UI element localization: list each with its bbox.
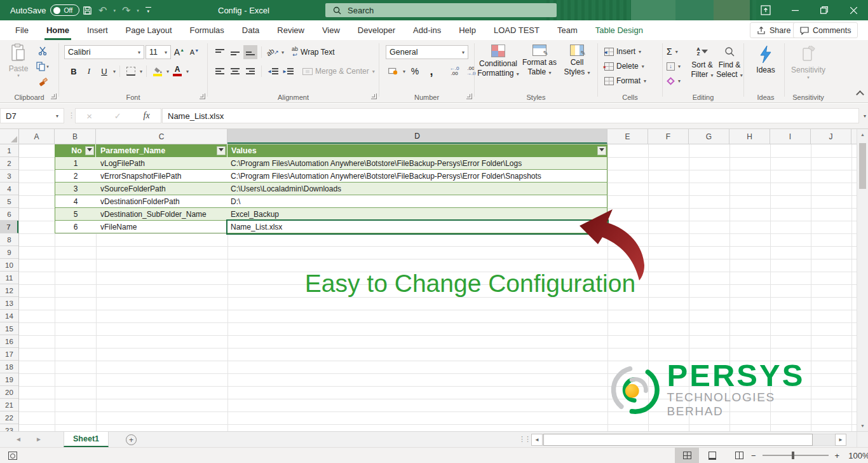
vertical-scrollbar[interactable]: ▲ ▼ <box>857 129 868 431</box>
increase-indent-button[interactable]: ► <box>281 64 295 78</box>
scroll-down-icon[interactable]: ▼ <box>857 420 868 431</box>
align-center-button[interactable] <box>228 64 242 78</box>
table-header-no[interactable]: No <box>55 144 96 157</box>
tab-page-layout[interactable]: Page Layout <box>117 20 181 40</box>
alignment-dialog-launcher-icon[interactable] <box>371 93 377 99</box>
hscroll-left-icon[interactable]: ◄ <box>531 434 543 446</box>
cell-value[interactable]: C:\Program Files\Automation Anywhere\Bot… <box>227 157 607 169</box>
column-header-G[interactable]: G <box>689 129 729 144</box>
increase-decimal-button[interactable]: ←.0.00 <box>447 64 461 78</box>
paste-button[interactable]: Paste ▾ <box>4 43 32 92</box>
cut-button[interactable] <box>35 44 50 58</box>
cell-parameter[interactable]: vLogFilePath <box>96 157 227 169</box>
format-as-table-button[interactable]: Format as Table ▾ <box>520 43 559 78</box>
splitter-grip-icon[interactable]: ⋮⋮ <box>519 435 530 443</box>
autosum-button[interactable]: Σ▾ <box>667 45 678 58</box>
page-layout-view-button[interactable] <box>700 448 724 463</box>
filter-dropdown-icon[interactable] <box>597 146 606 155</box>
insert-cells-button[interactable]: ◄Insert▾ <box>604 45 641 58</box>
cell-no[interactable]: 6 <box>55 221 96 233</box>
row-header-21[interactable]: 21 <box>0 399 18 411</box>
cell-parameter[interactable]: vErrorSnapshotFilePath <box>96 170 227 182</box>
comments-button[interactable]: Comments <box>793 22 858 38</box>
page-break-view-button[interactable] <box>727 448 751 463</box>
align-top-button[interactable] <box>213 45 227 59</box>
row-header-4[interactable]: 4 <box>0 183 18 195</box>
hscroll-right-icon[interactable]: ► <box>835 434 846 446</box>
collapse-ribbon-icon[interactable] <box>856 90 864 99</box>
fill-button[interactable]: ↓▾ <box>667 60 681 73</box>
undo-icon[interactable]: ↶ <box>98 4 107 17</box>
row-header-6[interactable]: 6 <box>0 208 18 221</box>
normal-view-button[interactable] <box>675 448 699 463</box>
clipboard-dialog-launcher-icon[interactable] <box>51 93 57 99</box>
minimize-button[interactable] <box>780 0 810 20</box>
copy-button[interactable]: ▾ <box>35 59 50 73</box>
redo-dropdown-icon[interactable]: ▾ <box>137 8 139 13</box>
table-header-parameter_name[interactable]: Parameter_Name <box>96 144 227 157</box>
row-header-5[interactable]: 5 <box>0 195 18 208</box>
column-header-A[interactable]: A <box>19 129 55 144</box>
underline-dropdown-icon[interactable]: ▾ <box>113 69 116 74</box>
fill-color-dropdown-icon[interactable]: ▾ <box>166 69 169 74</box>
row-header-11[interactable]: 11 <box>0 272 18 284</box>
row-header-8[interactable]: 8 <box>0 233 18 246</box>
table-header-values[interactable]: Values <box>227 144 607 157</box>
italic-button[interactable]: I <box>82 64 96 78</box>
align-middle-button[interactable] <box>228 45 242 59</box>
table-row[interactable]: 5vDestination_SubFolder_NameExcel_Backup <box>55 208 607 221</box>
shrink-font-button[interactable]: A▼ <box>187 45 201 59</box>
zoom-slider[interactable] <box>763 455 829 456</box>
prev-sheet-icon[interactable]: ◄ <box>15 436 22 443</box>
close-button[interactable] <box>839 0 868 20</box>
cell-value[interactable]: D:\ <box>227 195 607 207</box>
percent-style-button[interactable]: % <box>408 64 422 78</box>
column-header-I[interactable]: I <box>770 129 811 144</box>
row-header-2[interactable]: 2 <box>0 157 18 170</box>
fill-color-button[interactable] <box>151 64 165 78</box>
restore-button[interactable] <box>810 0 839 20</box>
cell-value[interactable]: Excel_Backup <box>227 208 607 220</box>
name-box-dropdown-icon[interactable]: ▾ <box>56 113 58 119</box>
table-row[interactable]: 6vFileNameName_List.xlsx <box>55 221 607 233</box>
font-size-select[interactable]: 11▾ <box>146 45 171 59</box>
accounting-format-button[interactable] <box>386 64 400 78</box>
tab-review[interactable]: Review <box>268 20 313 40</box>
cell-no[interactable]: 2 <box>55 170 96 182</box>
copy-dropdown-icon[interactable]: ▾ <box>46 64 49 69</box>
column-header-H[interactable]: H <box>729 129 770 144</box>
undo-dropdown-icon[interactable]: ▾ <box>113 8 116 13</box>
row-header-9[interactable]: 9 <box>0 246 18 259</box>
select-all-corner[interactable] <box>0 129 19 144</box>
sort-filter-button[interactable]: AZ Sort & Filter ▾ <box>688 43 716 80</box>
cell-no[interactable]: 4 <box>55 195 96 207</box>
column-header-C[interactable]: C <box>96 129 227 144</box>
autosave-control[interactable]: AutoSave Off <box>10 0 79 20</box>
tab-view[interactable]: View <box>313 20 349 40</box>
conditional-formatting-button[interactable]: Conditional Formatting ▾ <box>477 43 519 79</box>
zoom-in-icon[interactable]: + <box>835 451 840 460</box>
format-cells-button[interactable]: Format▾ <box>604 74 646 87</box>
borders-dropdown-icon[interactable]: ▾ <box>140 69 142 74</box>
accounting-dropdown-icon[interactable]: ▾ <box>403 69 405 74</box>
tab-insert[interactable]: Insert <box>78 20 117 40</box>
search-box[interactable]: Search <box>325 3 557 17</box>
table-row[interactable]: 1vLogFilePathC:\Program Files\Automation… <box>55 157 607 170</box>
new-sheet-button[interactable]: + <box>126 434 137 445</box>
cell-parameter[interactable]: vDestinationFolderPath <box>96 195 227 207</box>
row-header-17[interactable]: 17 <box>0 348 18 361</box>
wrap-text-button[interactable]: ab↩ Wrap Text <box>292 45 335 59</box>
save-icon[interactable] <box>83 6 92 15</box>
name-box[interactable]: D7 ▾ <box>0 108 64 123</box>
column-header-D[interactable]: D <box>227 129 607 144</box>
cell-value[interactable]: C:\Program Files\Automation Anywhere\Bot… <box>227 170 607 182</box>
cell-parameter[interactable]: vSourceFolderPath <box>96 183 227 195</box>
tab-table-design[interactable]: Table Design <box>587 20 652 40</box>
column-header-E[interactable]: E <box>607 129 648 144</box>
orientation-button[interactable]: ab↗ <box>266 45 280 59</box>
decrease-indent-button[interactable]: ◄ <box>266 64 280 78</box>
tab-load-test[interactable]: LOAD TEST <box>485 20 548 40</box>
row-header-3[interactable]: 3 <box>0 170 18 183</box>
table-row[interactable]: 2vErrorSnapshotFilePathC:\Program Files\… <box>55 170 607 183</box>
vertical-scroll-thumb[interactable] <box>859 143 866 189</box>
